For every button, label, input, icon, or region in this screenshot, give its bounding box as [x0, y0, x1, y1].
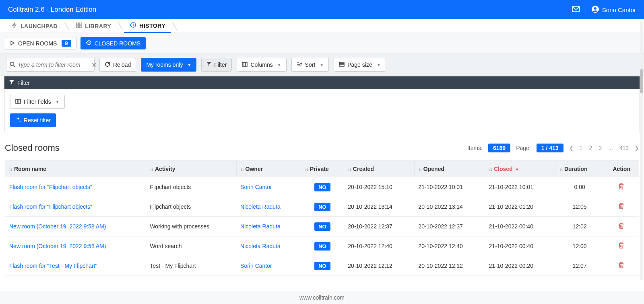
- cell-private: NO: [301, 177, 344, 197]
- delete-icon[interactable]: [618, 223, 624, 230]
- filter-fields-label: Filter fields: [24, 99, 51, 105]
- open-rooms-button[interactable]: OPEN ROOMS 9: [5, 37, 76, 49]
- scrollbar-thumb[interactable]: [640, 69, 643, 93]
- svg-rect-10: [242, 62, 247, 66]
- cell-opened: 21-10-2022 10:01: [414, 177, 485, 197]
- col-owner[interactable]: ⁝⁝Owner: [236, 161, 301, 177]
- cell-owner[interactable]: Nicoleta Raduta: [236, 217, 301, 236]
- closed-rooms-button[interactable]: CLOSED ROOMS: [80, 37, 146, 49]
- col-private[interactable]: ⁝⁝Private: [301, 161, 344, 177]
- page-heading: Closed rooms: [5, 143, 60, 153]
- tab-history[interactable]: HISTORY: [124, 19, 171, 33]
- sort-button[interactable]: Sort ▼: [291, 58, 329, 72]
- tab-library[interactable]: LIBRARY: [70, 19, 117, 33]
- filter-button[interactable]: Filter: [201, 58, 232, 72]
- closed-rooms-label: CLOSED ROOMS: [95, 40, 140, 47]
- delete-icon[interactable]: [618, 184, 624, 191]
- cell-private: NO: [301, 197, 344, 217]
- chevron-down-icon: ▼: [320, 63, 324, 67]
- svg-rect-11: [339, 62, 344, 66]
- filter-panel-header: Filter: [4, 76, 640, 89]
- page-link[interactable]: 2: [589, 145, 592, 151]
- reset-filter-button[interactable]: Reset filter: [10, 113, 56, 127]
- chevron-down-icon: ▼: [56, 100, 60, 104]
- sort-icon: [297, 62, 302, 68]
- col-closed[interactable]: ⁝⁝Closed ▼: [485, 161, 555, 177]
- reload-label: Reload: [113, 62, 131, 68]
- tab-launchpad[interactable]: LAUNCHPAD: [6, 19, 63, 33]
- app-title: Colltrain 2.6 - London Edition: [8, 6, 96, 14]
- col-created[interactable]: ⁝⁝Created: [344, 161, 414, 177]
- chevron-down-icon: ▼: [277, 63, 281, 67]
- columns-icon: [15, 99, 21, 105]
- clear-search-icon[interactable]: ✕: [91, 61, 97, 69]
- table-row: New room (October 19, 2022 9:58 AM)Worki…: [5, 217, 639, 236]
- funnel-icon: [9, 80, 14, 86]
- page-link: ...: [608, 145, 613, 151]
- table-row: Flash room for "Test - My Flipchart"Test…: [5, 256, 639, 276]
- reload-button[interactable]: Reload: [99, 58, 136, 72]
- user-avatar-icon: [592, 6, 599, 14]
- columns-button[interactable]: Columns ▼: [237, 58, 286, 72]
- cell-created: 20-10-2022 12:12: [344, 256, 414, 276]
- delete-icon[interactable]: [618, 263, 624, 269]
- cell-owner[interactable]: Nicoleta Raduta: [236, 197, 301, 217]
- col-duration[interactable]: ⁝⁝Duration: [555, 161, 604, 177]
- delete-icon[interactable]: [618, 203, 624, 210]
- page-size-label: Page size: [347, 62, 372, 68]
- cell-owner[interactable]: Sorin Cantor: [236, 177, 301, 197]
- cell-closed: 21-10-2022 00:40: [485, 236, 555, 256]
- cell-room-name[interactable]: New room (October 19, 2022 9:58 AM): [5, 217, 146, 236]
- cell-owner[interactable]: Sorin Cantor: [236, 256, 301, 276]
- reload-icon: [105, 62, 110, 68]
- cell-duration: 12:07: [555, 256, 604, 276]
- cell-duration: 12:02: [555, 217, 604, 236]
- my-rooms-toggle[interactable]: My rooms only ▼: [141, 58, 196, 72]
- page-link[interactable]: 1: [580, 145, 583, 151]
- col-opened[interactable]: ⁝⁝Opened: [414, 161, 485, 177]
- sort-label: Sort: [305, 62, 316, 68]
- search-input[interactable]: [15, 62, 91, 68]
- history-icon: [86, 40, 91, 47]
- cell-created: 20-10-2022 12:37: [344, 217, 414, 236]
- table-row: Flash room for "Flipchart objects"Flipch…: [5, 177, 639, 197]
- cell-action: [604, 197, 639, 217]
- columns-icon: [242, 62, 248, 68]
- cell-created: 20-10-2022 12:40: [344, 236, 414, 256]
- page-size-button[interactable]: Page size ▼: [334, 58, 386, 72]
- filter-panel-title: Filter: [17, 80, 30, 86]
- delete-icon[interactable]: [618, 243, 624, 250]
- pager-next[interactable]: ❯: [634, 145, 639, 151]
- cell-action: [604, 177, 639, 197]
- filter-fields-button[interactable]: Filter fields ▼: [10, 95, 65, 109]
- open-rooms-label: OPEN ROOMS: [18, 40, 57, 47]
- svg-rect-5: [76, 26, 78, 28]
- svg-point-9: [10, 62, 14, 66]
- pager-prev[interactable]: ❮: [569, 145, 574, 151]
- nav-tabs: LAUNCHPAD ╲ LIBRARY ╲ HISTORY ╲: [0, 19, 644, 33]
- cell-action: [604, 217, 639, 236]
- sparkle-icon: [15, 117, 21, 124]
- inbox-icon[interactable]: [572, 6, 580, 14]
- page-link[interactable]: 3: [599, 145, 602, 151]
- content-area: Closed rooms Items: 6189 Page: 1 / 413 ❮…: [0, 140, 644, 276]
- cell-closed: 21-10-2022 00:20: [485, 256, 555, 276]
- scrollbar[interactable]: [640, 21, 643, 276]
- cell-room-name[interactable]: Flash room for "Flipchart objects": [5, 197, 146, 217]
- cell-room-name[interactable]: Flash room for "Flipchart objects": [5, 177, 146, 197]
- filter-panel: Filter Filter fields ▼ Reset filter: [4, 76, 640, 133]
- cell-activity: Working with processes: [146, 217, 236, 236]
- col-room-name[interactable]: ⁝⁝Room name: [5, 161, 146, 177]
- cell-room-name[interactable]: New room (October 19, 2022 9:58 AM): [5, 236, 146, 256]
- user-menu[interactable]: Sorin Cantor: [592, 6, 636, 14]
- tab-history-label: HISTORY: [139, 23, 165, 29]
- tab-launchpad-label: LAUNCHPAD: [21, 23, 58, 29]
- cell-private: NO: [301, 236, 344, 256]
- play-icon: [10, 40, 15, 47]
- cell-owner[interactable]: Nicoleta Raduta: [236, 236, 301, 256]
- pager: Items: 6189 Page: 1 / 413 ❮ 123...413 ❯: [467, 144, 639, 152]
- page-link[interactable]: 413: [619, 145, 629, 151]
- cell-room-name[interactable]: Flash room for "Test - My Flipchart": [5, 256, 146, 276]
- col-activity[interactable]: ⁝⁝Activity: [146, 161, 236, 177]
- search-input-wrap[interactable]: ✕: [6, 58, 95, 72]
